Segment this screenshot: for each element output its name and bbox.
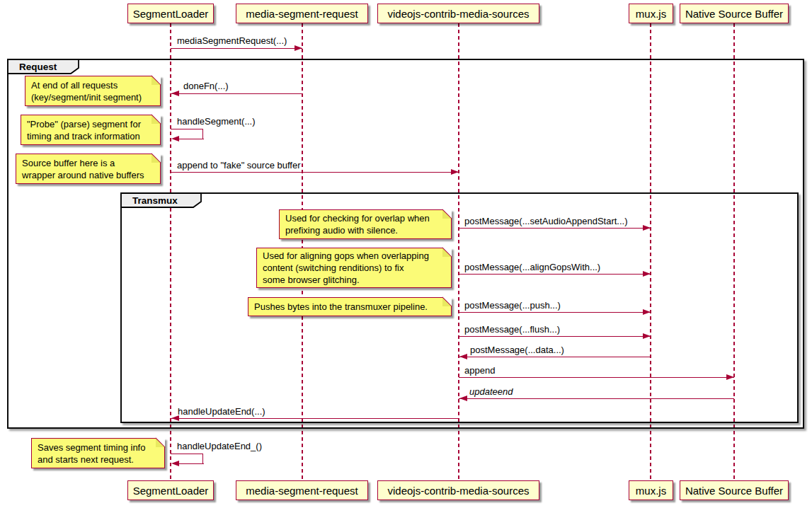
message-line xyxy=(202,454,203,463)
note-probe-parse-segment-for: "Probe" (parse) segment fortiming and tr… xyxy=(21,115,161,145)
note-fold-line xyxy=(442,209,452,219)
participant-media-segment-request-top: media-segment-request xyxy=(236,4,368,23)
note-text-line: Used for aligning gops when overlapping xyxy=(257,250,451,262)
sequence-diagram: RequestTransmuxmediaSegmentRequest(...)d… xyxy=(0,0,812,508)
note-text-line: timing and track information xyxy=(21,130,160,142)
message-label: doneFn(...) xyxy=(183,81,229,92)
message-label: postMessage(...setAudioAppendStart...) xyxy=(464,216,628,227)
frame-label-pentagon: Request xyxy=(7,59,81,76)
note-fold-line xyxy=(442,247,452,257)
participant-label: Native Source Buffer xyxy=(685,485,783,497)
message-arrowhead xyxy=(295,45,302,51)
note-fold-icon xyxy=(151,115,161,124)
message-label: updateend xyxy=(469,386,513,398)
message-label: append to "fake" source buffer xyxy=(177,160,301,171)
note-text-line: content (switching renditions) to fix xyxy=(257,262,451,274)
message-line xyxy=(171,172,459,173)
note-fold-line xyxy=(155,437,165,447)
note-used-for-aligning-gops-when-overlapping: Used for aligning gops when overlappingc… xyxy=(256,248,452,288)
participant-label: mux.js xyxy=(636,485,666,497)
participant-label: SegmentLoader xyxy=(133,485,209,497)
message-line xyxy=(459,357,651,357)
note-text-line: Saves segment timing info xyxy=(32,441,164,454)
note-text-line: wrapper around native buffers xyxy=(16,169,160,181)
participant-label: media-segment-request xyxy=(246,485,358,497)
participant-native-source-buffer-top: Native Source Buffer xyxy=(680,4,789,23)
participant-label: mux.js xyxy=(636,8,666,20)
message-arrowhead xyxy=(643,271,651,277)
participant-videojs-contrib-media-sources-bottom: videojs-contrib-media-sources xyxy=(377,480,539,500)
participant-label: SegmentLoader xyxy=(133,8,209,20)
message-line xyxy=(171,129,202,129)
note-fold-icon xyxy=(442,297,452,306)
participant-videojs-contrib-media-sources-top: videojs-contrib-media-sources xyxy=(377,4,539,23)
message-label: handleUpdateEnd_() xyxy=(177,441,262,452)
message-arrowhead xyxy=(726,374,734,380)
message-line xyxy=(459,274,651,275)
message-arrowhead xyxy=(171,415,179,421)
participant-native-source-buffer-bottom: Native Source Buffer xyxy=(680,480,789,500)
note-text-line: At end of all requests xyxy=(25,79,160,91)
note-text-line: (key/segment/init segment) xyxy=(25,91,160,103)
message-label: handleUpdateEnd(...) xyxy=(178,406,265,417)
message-arrowhead xyxy=(171,461,179,466)
participant-label: Native Source Buffer xyxy=(685,8,783,20)
note-fold-line xyxy=(151,153,161,163)
message-line xyxy=(459,398,734,399)
note-fold-icon xyxy=(156,438,165,447)
message-line xyxy=(459,228,651,229)
frame-label: Transmux xyxy=(132,195,178,206)
note-text-line: Pushes bytes into the transmuxer pipelin… xyxy=(248,301,451,313)
participant-mux-js-bottom: mux.js xyxy=(629,480,673,500)
message-line xyxy=(171,93,302,94)
frame-transmux: Transmux xyxy=(120,192,799,423)
participant-segmentloader-top: SegmentLoader xyxy=(127,4,214,23)
message-line xyxy=(171,454,202,454)
note-saves-segment-timing-info: Saves segment timing infoand starts next… xyxy=(31,438,165,468)
message-arrowhead xyxy=(643,225,651,231)
frame-label-pentagon: Transmux xyxy=(120,192,204,210)
participant-media-segment-request-bottom: media-segment-request xyxy=(236,480,368,500)
message-label: postMessage(...data...) xyxy=(470,345,564,356)
participant-label: videojs-contrib-media-sources xyxy=(387,485,529,497)
message-label: handleSegment(...) xyxy=(177,116,256,127)
note-pushes-bytes-into-the-transmuxer-pipeline: Pushes bytes into the transmuxer pipelin… xyxy=(248,297,452,316)
message-arrowhead xyxy=(459,396,467,401)
note-fold-line xyxy=(151,114,161,124)
message-line xyxy=(459,312,651,313)
note-text-line: "Probe" (parse) segment for xyxy=(21,118,160,130)
message-arrowhead xyxy=(643,333,651,339)
note-text-line: some browser glitching. xyxy=(257,274,451,286)
message-label: append xyxy=(464,365,495,376)
note-fold-line xyxy=(442,296,452,306)
note-text-line: prefixing audio with silence. xyxy=(280,224,451,236)
note-fold-icon xyxy=(442,209,452,219)
message-return-line xyxy=(178,463,204,464)
note-text-line: Source buffer here is a xyxy=(16,157,160,169)
message-arrowhead xyxy=(171,91,179,96)
message-line xyxy=(202,129,203,139)
message-arrowhead xyxy=(451,169,459,175)
message-arrowhead xyxy=(643,309,651,315)
message-line xyxy=(459,377,734,378)
message-label: postMessage(...alignGopsWith...) xyxy=(464,262,600,273)
message-line xyxy=(171,48,302,49)
note-fold-icon xyxy=(151,76,161,85)
participant-label: videojs-contrib-media-sources xyxy=(387,8,529,20)
note-source-buffer-here-is-a: Source buffer here is awrapper around na… xyxy=(16,154,161,184)
message-label: mediaSegmentRequest(...) xyxy=(177,35,287,47)
note-fold-line xyxy=(151,75,161,85)
message-line xyxy=(459,336,651,337)
participant-mux-js-top: mux.js xyxy=(629,4,673,23)
participant-segmentloader-bottom: SegmentLoader xyxy=(127,480,214,500)
message-arrowhead xyxy=(459,354,467,359)
note-fold-icon xyxy=(442,248,452,257)
message-return-line xyxy=(178,139,204,139)
note-text-line: and starts next request. xyxy=(32,454,164,466)
message-line xyxy=(171,418,459,419)
message-label: postMessage(...flush...) xyxy=(464,324,560,335)
note-used-for-checking-for-overlap-when: Used for checking for overlap whenprefix… xyxy=(279,209,452,239)
message-arrowhead xyxy=(171,136,179,142)
note-text-line: Used for checking for overlap when xyxy=(280,212,451,224)
note-fold-icon xyxy=(151,154,161,163)
